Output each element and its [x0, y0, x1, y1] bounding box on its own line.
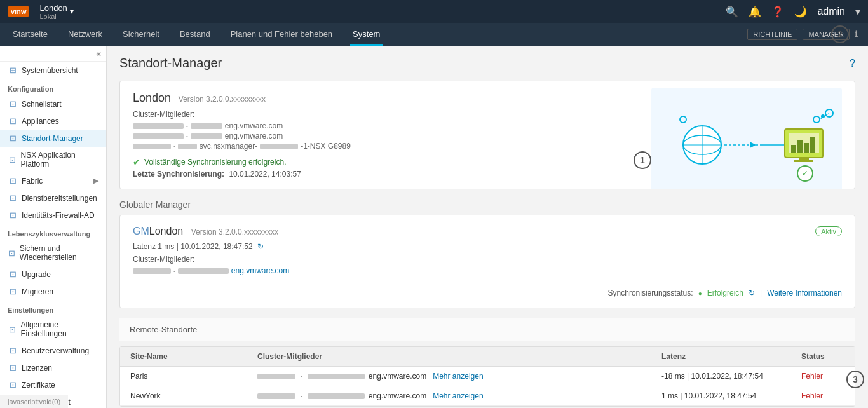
chevron-down-icon[interactable]: ▾: [855, 6, 860, 18]
member-host-blurred: [191, 133, 222, 139]
footer-text: javascript:void(0): [0, 395, 68, 408]
richtlinie-button[interactable]: RICHTLINIE: [747, 29, 797, 40]
location-selector[interactable]: London Lokal ▾: [39, 3, 73, 20]
paris-host-blurred: [308, 374, 365, 379]
paris-more-link[interactable]: Mehr anzeigen: [433, 372, 483, 381]
member-suffix: eng.vmware.com: [225, 132, 283, 140]
svg-rect-11: [797, 140, 803, 153]
sidebar-label: Zertifikate: [22, 381, 55, 390]
network-diagram: ✓: [651, 88, 842, 189]
member-suffix-3: svc.nsxmanager-: [200, 142, 257, 151]
sidebar-label: Lizenzen: [22, 364, 52, 372]
systemuebersicht-icon: ⊞: [8, 65, 18, 75]
svg-rect-14: [799, 158, 809, 160]
newyork-more-link[interactable]: Mehr anzeigen: [433, 391, 483, 400]
bell-icon[interactable]: 🔔: [749, 6, 761, 18]
member-host-blurred: [191, 123, 222, 129]
page-help-icon[interactable]: ?: [850, 58, 855, 69]
remote-sites-section: Remote-Standorte Site-Name Cluster-Mitgl…: [119, 318, 855, 407]
page-title-container: Standort-Manager ?: [119, 56, 855, 71]
check-icon: ✔: [133, 157, 140, 167]
sidebar-collapse-button[interactable]: «: [0, 46, 106, 62]
sidebar-item-appliances[interactable]: ⊡ Appliances: [0, 112, 106, 130]
gm-member-link[interactable]: eng.vmware.com: [231, 266, 289, 275]
gm-version: Version 3.2.0.0.xxxxxxxxx: [191, 228, 278, 236]
sidebar-item-identitaet[interactable]: ⊡ Identitäts-Firewall-AD: [0, 207, 106, 224]
sidebar-item-systemuebersicht[interactable]: ⊞ Systemübersicht: [0, 62, 106, 79]
member-ip-blurred: [133, 133, 184, 139]
migrieren-icon: ⊡: [8, 287, 18, 296]
row-newyork-status: Fehler: [791, 386, 855, 405]
sidebar-item-nsx-platform[interactable]: ⊡ NSX Application Platform: [0, 147, 106, 172]
newyork-ip-blurred: [257, 393, 295, 399]
sidebar-label: Upgrade: [22, 270, 51, 279]
sidebar-item-standort-manager[interactable]: ⊡ Standort-Manager: [0, 130, 106, 147]
zertifikate-icon: ⊡: [8, 380, 18, 390]
gm-status-badge: Aktiv: [815, 226, 842, 236]
nsx-icon: ⊡: [8, 155, 17, 165]
nav-bar: Startseite Netzwerk Sicherheit Bestand P…: [0, 23, 868, 46]
sidebar-item-migrieren[interactable]: ⊡ Migrieren: [0, 283, 106, 300]
help-icon[interactable]: ❓: [771, 6, 784, 18]
dot-icon: •: [173, 144, 175, 149]
admin-label[interactable]: admin: [817, 6, 845, 17]
sidebar-item-fabric[interactable]: ⊡ Fabric ▶: [0, 172, 106, 189]
page-title: Standort-Manager: [119, 56, 222, 71]
sidebar-item-allgemeine[interactable]: ⊡ Allgemeine Einstellungen: [0, 316, 106, 342]
sidebar-item-upgrade[interactable]: ⊡ Upgrade: [0, 266, 106, 283]
moon-icon[interactable]: 🌙: [794, 6, 807, 18]
sidebar-item-sichern[interactable]: ⊡ Sichern und Wiederherstellen: [0, 240, 106, 266]
newyork-host-blurred: [308, 393, 365, 399]
svg-text:✓: ✓: [802, 169, 808, 178]
remote-sites-table: Site-Name Cluster-Mitglieder Latenz Stat…: [119, 346, 855, 407]
location-sub: Lokal: [39, 13, 67, 20]
sidebar-label: Fabric: [22, 177, 43, 186]
sidebar-label: Allgemeine Einstellungen: [21, 320, 98, 338]
member-suffix: eng.vmware.com: [225, 121, 283, 130]
gm-header: GMLondon Version 3.2.0.0.xxxxxxxxx Aktiv: [133, 226, 842, 237]
gm-ip-blurred: [133, 268, 171, 274]
sync-refresh-icon[interactable]: ↻: [749, 289, 755, 297]
sidebar-label: Identitäts-Firewall-AD: [22, 211, 95, 220]
lizenzen-icon: ⊡: [8, 363, 18, 372]
row-newyork-members: • eng.vmware.com Mehr anzeigen: [247, 386, 651, 405]
nav-sicherheit[interactable]: Sicherheit: [120, 23, 162, 46]
table-row: Paris • eng.vmware.com Mehr anzeigen -18…: [120, 367, 855, 386]
dot-icon: •: [301, 374, 302, 379]
sidebar-item-lizenzen[interactable]: ⊡ Lizenzen: [0, 359, 106, 376]
newyork-suffix: eng.vmware.com: [369, 391, 426, 400]
diagram-container: ✓: [651, 88, 842, 189]
sidebar-label: Schnellstart: [22, 100, 62, 109]
sidebar-item-zertifikate[interactable]: ⊡ Zertifikate: [0, 376, 106, 393]
nav-bestand[interactable]: Bestand: [177, 23, 213, 46]
sync-label: Synchronisierungsstatus:: [608, 289, 693, 297]
identitaet-icon: ⊡: [8, 210, 18, 220]
global-manager-section-title: Globaler Manager: [119, 200, 855, 210]
dot-icon: •: [173, 268, 175, 274]
sidebar-item-schnellstart[interactable]: ⊡ Schnellstart: [0, 95, 106, 112]
badge-3: 3: [846, 371, 864, 388]
sidebar-item-benutzer[interactable]: ⊡ Benutzerverwaltung: [0, 342, 106, 359]
gm-member-row: • eng.vmware.com: [133, 266, 842, 275]
gm-city: London: [149, 226, 183, 236]
sync-dot-icon: ●: [698, 290, 702, 297]
nav-netzwerk[interactable]: Netzwerk: [65, 23, 105, 46]
top-header: vmw London Lokal ▾ 🔍 🔔 ❓ 🌙 admin ▾: [0, 0, 868, 23]
more-info-link[interactable]: Weitere Informationen: [767, 289, 842, 297]
sidebar-label: Dienstbereitstellungen: [22, 194, 97, 203]
search-icon[interactable]: 🔍: [726, 6, 738, 18]
sync-status: Erfolgreich: [707, 289, 743, 297]
info-icon[interactable]: ℹ: [855, 29, 858, 40]
sidebar-item-dienstbereitstellungen[interactable]: ⊡ Dienstbereitstellungen: [0, 189, 106, 207]
refresh-icon[interactable]: ↻: [257, 242, 264, 251]
sidebar-label: NSX Application Platform: [21, 151, 98, 168]
sync-bar: Synchronisierungsstatus: ● Erfolgreich ↻…: [133, 283, 842, 297]
nav-planen[interactable]: Planen und Fehler beheben: [228, 23, 335, 46]
nav-startseite[interactable]: Startseite: [10, 23, 50, 46]
content-area: Standort-Manager ? London Version 3.2.0.…: [107, 46, 868, 408]
local-site-name: London: [133, 92, 171, 104]
nav-system[interactable]: System: [350, 23, 383, 46]
sidebar-section-lebenszyklus: Lebenszyklus­verwaltung: [0, 224, 106, 240]
table-header: Site-Name Cluster-Mitglieder Latenz Stat…: [120, 347, 855, 367]
gm-host-blurred: [178, 268, 229, 274]
